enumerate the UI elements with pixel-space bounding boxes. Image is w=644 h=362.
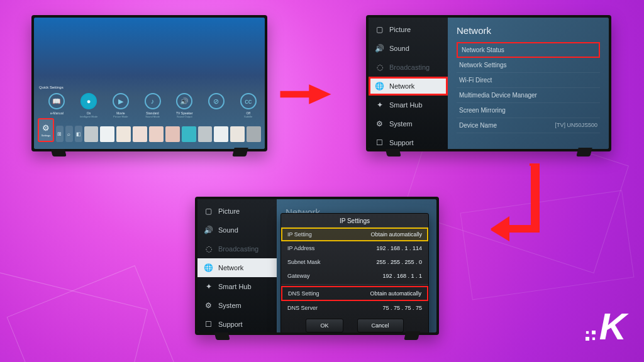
logo-letter: K [599,305,625,348]
sidebar-item-label: Picture [218,207,240,215]
ip-row-label: Subnet Mask [287,259,321,265]
quick-setting-item[interactable]: ● On Intelligent Mode [77,93,101,118]
quick-settings-row: 📖 e-Manual ● On Intelligent Mode▶ Movie … [45,93,260,118]
tv-quick-settings: Quick Settings 📖 e-Manual ● On Intellige… [31,15,267,151]
quick-setting-item[interactable]: ♪ Standard Sound Mode [141,93,164,118]
qs-icon: 📖 [48,93,65,109]
qs-icon: ♪ [145,93,161,109]
tv-ip-settings: ▢Picture🔊Sound◌Broadcasting🌐Network✦Smar… [195,197,439,335]
quick-setting-item[interactable]: 📖 e-Manual [45,93,69,118]
sidebar-item-label: System [218,302,242,309]
app-tile[interactable] [84,126,99,142]
app-tile[interactable] [133,126,147,142]
qs-icon: ● [80,93,97,109]
sidebar-item-sound[interactable]: 🔊Sound [369,39,448,58]
sidebar-item-label: Smart Hub [218,283,252,290]
cancel-button[interactable]: Cancel [357,319,404,332]
ip-row-ip-setting[interactable]: IP SettingObtain automatically [281,228,428,241]
brand-logo: K [586,305,625,348]
network-options-list: Network StatusNetwork SettingsWi-Fi Dire… [457,42,600,133]
ip-row-label: IP Setting [287,231,312,238]
ip-row-value: 255 . 255 . 255 . 0 [376,259,422,265]
sidebar-item-smart-hub[interactable]: ✦Smart Hub [197,277,277,296]
qs-icon: ▶ [113,93,129,109]
network-option-network-settings[interactable]: Network Settings [457,58,600,73]
ip-row-value: 192 . 168 . 1 . 114 [376,245,422,251]
option-value: [TV] UN50JS500 [555,122,597,129]
network-option-network-status[interactable]: Network Status [457,42,600,58]
ip-row-label: IP Address [287,245,314,251]
ip-row-value: 192 . 168 . 1 . 1 [382,273,422,279]
smart hub-icon: ✦ [375,101,384,109]
app-tile[interactable] [198,126,213,142]
quick-setting-item[interactable]: ▶ Movie Picture Mode [109,93,132,118]
quick-setting-item[interactable]: ⊘ [205,93,228,118]
ip-row-label: Gateway [287,273,310,279]
app-tile[interactable] [116,126,131,142]
app-tile[interactable] [247,126,261,142]
option-label: Device Name [459,122,497,129]
pane-title: Network [457,25,600,36]
ip-row-dns-setting[interactable]: DNS SettingObtain automatically [281,286,428,301]
ok-button[interactable]: OK [306,319,343,332]
sidebar-item-label: Support [389,139,414,146]
app-tile[interactable] [100,126,114,142]
picture-icon: ▢ [204,207,213,216]
quick-setting-item[interactable]: 🔊 TV Speaker Sound Output [173,93,196,118]
tv-network-menu: ▢Picture🔊Sound◌Broadcasting🌐Network✦Smar… [366,15,611,151]
sidebar-item-support[interactable]: ☐Support [197,315,277,332]
dialog-title: IP Settings [281,214,428,228]
ip-row-value: 75 . 75 . 75 . 75 [382,305,422,311]
qs-icon: 🔊 [176,93,192,109]
option-label: Screen Mirroring [459,107,506,114]
option-label: Network Settings [459,62,507,69]
sidebar-item-picture[interactable]: ▢Picture [197,202,277,221]
option-label: Wi-Fi Direct [459,77,492,84]
settings-sidebar: ▢Picture🔊Sound◌Broadcasting🌐Network✦Smar… [197,199,277,332]
arrow-down-left-icon [491,163,541,245]
sidebar-item-system[interactable]: ⚙System [369,114,448,133]
ip-row-label: DNS Setting [288,290,319,297]
settings-button[interactable]: ⚙ Settings [38,118,54,142]
mini-app-icon[interactable]: ◧ [75,126,82,142]
ip-row-value: Obtain automatically [370,290,421,297]
network-option-screen-mirroring[interactable]: Screen Mirroring [457,103,600,118]
sidebar-item-label: Picture [389,26,411,33]
sidebar-item-sound[interactable]: 🔊Sound [197,221,277,239]
sidebar-item-label: System [389,120,413,128]
sidebar-item-smart-hub[interactable]: ✦Smart Hub [369,96,448,114]
ip-row-subnet-mask[interactable]: Subnet Mask255 . 255 . 255 . 0 [281,255,428,269]
ip-row-dns-server[interactable]: DNS Server75 . 75 . 75 . 75 [281,301,428,315]
sidebar-item-picture[interactable]: ▢Picture [369,20,448,39]
ip-row-label: DNS Server [287,305,318,311]
settings-label: Settings [42,134,50,137]
app-tile[interactable] [230,126,245,142]
quick-setting-item[interactable]: cc Off Subtitle [236,93,260,118]
sidebar-item-label: Smart Hub [389,101,423,109]
sidebar-item-support[interactable]: ☐Support [369,133,448,149]
support-icon: ☐ [375,138,384,147]
mini-source-icon[interactable]: ⊞ [56,126,64,142]
sidebar-item-system[interactable]: ⚙System [197,296,277,315]
ip-row-ip-address[interactable]: IP Address192 . 168 . 1 . 114 [281,241,428,255]
quick-settings-heading: Quick Settings [39,85,64,89]
tv2-screen: ▢Picture🔊Sound◌Broadcasting🌐Network✦Smar… [369,18,609,149]
sidebar-item-broadcasting: ◌Broadcasting [369,58,448,77]
network-option-multimedia-device-manager[interactable]: Multimedia Device Manager [457,88,600,103]
app-tile[interactable] [165,126,180,142]
sidebar-item-network[interactable]: 🌐Network [197,258,277,277]
ip-row-gateway[interactable]: Gateway192 . 168 . 1 . 1 [281,269,428,283]
mini-search-icon[interactable]: ⌕ [65,126,73,142]
network-option-device-name[interactable]: Device Name[TV] UN50JS500 [457,118,600,133]
broadcasting-icon: ◌ [375,63,384,72]
sound-icon: 🔊 [204,226,213,234]
app-tile[interactable] [149,126,164,142]
gear-icon: ⚙ [42,123,50,133]
system-icon: ⚙ [375,119,384,128]
sidebar-item-network[interactable]: 🌐Network [369,77,448,96]
network-option-wi-fi-direct[interactable]: Wi-Fi Direct [457,73,600,88]
ip-row-value: Obtain automatically [370,231,422,238]
sidebar-item-label: Sound [389,45,409,52]
app-tile[interactable] [182,126,196,142]
app-tile[interactable] [214,126,228,142]
